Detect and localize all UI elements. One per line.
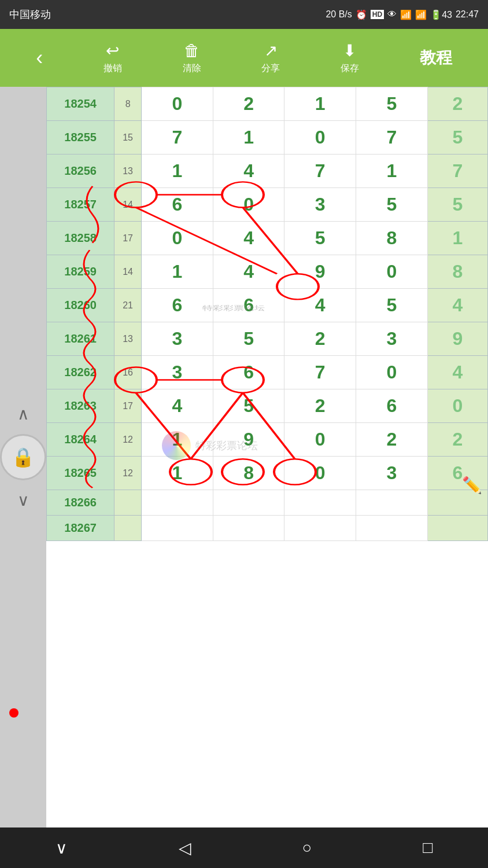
row-data-cell: 1 (213, 121, 284, 155)
share-icon: ↗ (264, 41, 278, 60)
row-num-cell: 17 (114, 389, 142, 423)
row-data-cell: 5 (213, 322, 284, 356)
row-last-cell: 9 (427, 322, 487, 356)
row-id-cell: 18255 (47, 121, 114, 155)
speed-label: 20 B/s (326, 9, 352, 20)
battery-label: 🔋43 (430, 9, 452, 20)
row-data-cell: 0 (284, 121, 356, 155)
row-id-cell: 18254 (47, 87, 114, 121)
row-num-cell: 16 (114, 356, 142, 389)
row-num-cell (114, 490, 142, 516)
row-data-cell: 0 (284, 457, 356, 490)
hd-icon: HD (371, 10, 384, 19)
row-data-cell (213, 490, 284, 516)
signal-icon: 📶 (415, 9, 427, 20)
row-last-cell: 7 (427, 155, 487, 188)
table-row: 182641219022 (47, 423, 488, 457)
table-row: 182651218036 (47, 457, 488, 490)
row-last-cell: 0 (427, 389, 487, 423)
row-data-cell: 4 (213, 155, 284, 188)
row-last-cell (427, 516, 487, 541)
row-last-cell: 2 (427, 87, 487, 121)
row-id-cell: 18267 (47, 516, 114, 541)
row-data-cell: 6 (213, 289, 284, 322)
row-data-cell: 1 (142, 255, 213, 289)
row-data-cell: 5 (213, 389, 284, 423)
clear-button[interactable]: 🗑 清除 (183, 41, 201, 75)
row-data-cell: 6 (142, 289, 213, 322)
nav-back-button[interactable]: ◁ (179, 838, 191, 858)
row-num-cell: 13 (114, 322, 142, 356)
time-label: 22:47 (456, 9, 479, 20)
row-data-cell: 9 (213, 423, 284, 457)
row-data-cell: 6 (142, 188, 213, 222)
row-id-cell: 18261 (47, 322, 114, 356)
row-data-cell: 8 (356, 222, 428, 255)
row-data-cell: 0 (356, 356, 428, 389)
row-num-cell: 13 (114, 155, 142, 188)
table-row: 182591414908 (47, 255, 488, 289)
share-label: 分享 (261, 62, 280, 75)
row-num-cell: 14 (114, 188, 142, 222)
table-row: 182551571075 (47, 121, 488, 155)
row-data-cell (213, 516, 284, 541)
share-button[interactable]: ↗ 分享 (261, 41, 280, 75)
row-data-cell: 0 (356, 255, 428, 289)
table-row: 182602166454 (47, 289, 488, 322)
row-num-cell: 17 (114, 222, 142, 255)
row-id-cell: 18259 (47, 255, 114, 289)
row-data-cell (284, 490, 356, 516)
row-data-cell: 1 (284, 87, 356, 121)
edit-pencil-button[interactable]: ✏️ (462, 476, 482, 495)
row-data-cell: 1 (356, 155, 428, 188)
nav-recent-button[interactable]: □ (423, 838, 432, 857)
row-num-cell (114, 516, 142, 541)
scroll-down-button[interactable]: ∨ (13, 486, 34, 514)
table-row: 182571460355 (47, 188, 488, 222)
row-id-cell: 18257 (47, 188, 114, 222)
row-data-cell: 4 (142, 389, 213, 423)
row-data-cell (356, 516, 428, 541)
back-button[interactable]: ‹ (36, 46, 43, 70)
row-data-cell: 9 (284, 255, 356, 289)
left-sidebar: ∧ 🔒 ∨ (0, 87, 46, 827)
lock-icon: 🔒 (12, 446, 35, 468)
row-last-cell: 4 (427, 289, 487, 322)
row-data-cell: 0 (284, 423, 356, 457)
row-id-cell: 18258 (47, 222, 114, 255)
row-num-cell: 12 (114, 457, 142, 490)
row-id-cell: 18256 (47, 155, 114, 188)
lock-button[interactable]: 🔒 (0, 434, 46, 480)
row-id-cell: 18262 (47, 356, 114, 389)
row-data-cell: 2 (284, 389, 356, 423)
status-bar: 中国移动 20 B/s ⏰ HD 👁 📶 📶 🔋43 22:47 (0, 0, 488, 29)
row-data-cell: 1 (142, 155, 213, 188)
tutorial-button[interactable]: 教程 (420, 47, 452, 69)
scroll-up-button[interactable]: ∧ (13, 400, 34, 428)
carrier-label: 中国移动 (9, 8, 51, 21)
trash-icon: 🗑 (184, 41, 200, 60)
table-row: 182631745260 (47, 389, 488, 423)
row-data-cell: 5 (356, 188, 428, 222)
row-data-cell: 0 (142, 87, 213, 121)
toolbar: ‹ ↩ 撤销 🗑 清除 ↗ 分享 ⬇ 保存 教程 (0, 29, 488, 87)
row-data-cell: 3 (284, 188, 356, 222)
table-area: 1825480215218255157107518256131471718257… (46, 87, 488, 827)
save-label: 保存 (341, 62, 359, 75)
undo-button[interactable]: ↩ 撤销 (103, 41, 122, 75)
save-button[interactable]: ⬇ 保存 (341, 41, 359, 75)
wifi-icon: 📶 (400, 9, 412, 20)
nav-down-button[interactable]: ∨ (56, 838, 68, 858)
row-data-cell (142, 490, 213, 516)
row-num-cell: 12 (114, 423, 142, 457)
row-id-cell: 18266 (47, 490, 114, 516)
row-num-cell: 21 (114, 289, 142, 322)
row-data-cell: 5 (356, 289, 428, 322)
main-content: ∧ 🔒 ∨ 1825480215218255157107518256131471… (0, 87, 488, 827)
nav-home-button[interactable]: ○ (302, 838, 312, 857)
row-num-cell: 15 (114, 121, 142, 155)
row-num-cell: 14 (114, 255, 142, 289)
bottom-nav: ∨ ◁ ○ □ (0, 827, 488, 868)
status-bar-right: 20 B/s ⏰ HD 👁 📶 📶 🔋43 22:47 (326, 9, 479, 20)
row-last-cell: 2 (427, 423, 487, 457)
